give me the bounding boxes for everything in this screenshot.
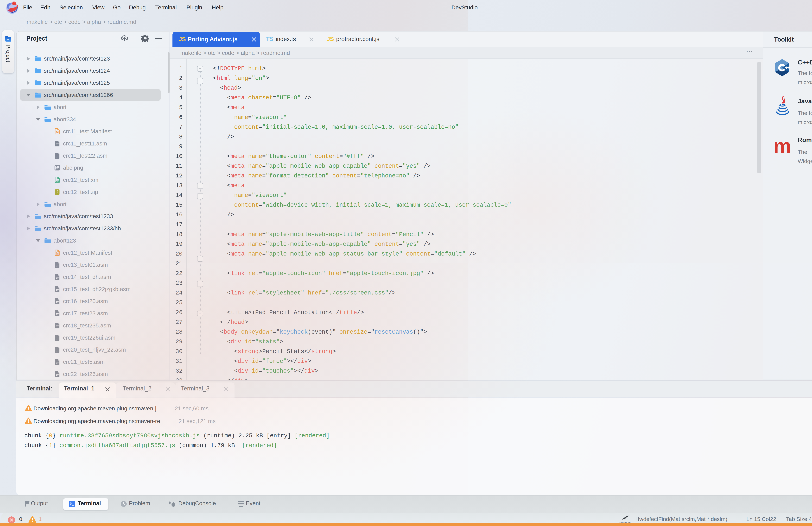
svg-text:m: m (774, 138, 791, 154)
